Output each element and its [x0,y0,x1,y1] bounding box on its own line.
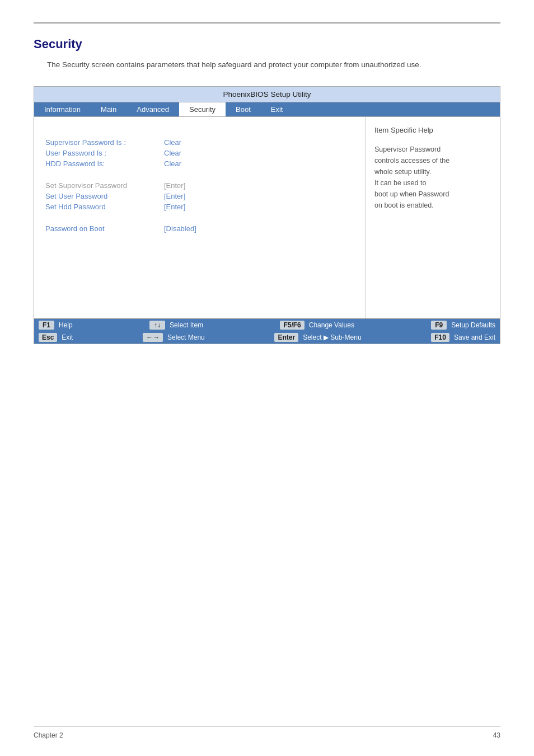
nav-advanced[interactable]: Advanced [127,102,179,116]
key-f10: F10 [431,333,449,342]
desc-help: Help [59,321,73,329]
key-f1: F1 [39,321,54,330]
statusbar-row-2: Esc Exit ←→ Select Menu Enter Select ▶ S… [34,331,500,344]
key-leftright: ←→ [143,333,163,342]
page-title: Security [34,37,500,51]
nav-security[interactable]: Security [179,102,226,116]
desc-exit: Exit [62,334,73,341]
desc-select-item: Select Item [170,321,203,329]
help-text: Supervisor Password controls accesses of… [374,144,491,211]
password-on-boot-value: [Disabled] [164,224,196,233]
page-footer: Chapter 2 43 [34,726,500,739]
desc-change-values: Change Values [309,321,354,329]
field-supervisor-password-is: Supervisor Password Is : Clear [45,138,354,147]
field-set-supervisor: Set Supervisor Password [Enter] [45,181,354,190]
key-f5f6: F5/F6 [280,321,304,330]
bios-utility-panel: PhoenixBIOS Setup Utility Information Ma… [34,86,500,344]
bios-body: Supervisor Password Is : Clear User Pass… [34,117,500,318]
nav-main[interactable]: Main [91,102,127,116]
set-hdd-password-value: [Enter] [164,203,185,211]
set-user-password-label: Set User Password [45,192,157,200]
bios-right-panel: Item Specific Help Supervisor Password c… [366,117,500,318]
user-password-is-value: Clear [164,149,181,157]
footer-chapter: Chapter 2 [34,731,63,739]
desc-select-submenu: Select ▶ Sub-Menu [303,334,361,341]
key-updown: ↑↓ [149,321,165,330]
set-supervisor-label: Set Supervisor Password [45,181,157,190]
field-user-password-is: User Password Is : Clear [45,149,354,157]
nav-boot[interactable]: Boot [226,102,261,116]
field-hdd-password-is: HDD Password Is: Clear [45,159,354,168]
set-supervisor-value: [Enter] [164,181,185,190]
nav-exit[interactable]: Exit [261,102,293,116]
desc-select-menu: Select Menu [167,334,205,341]
set-hdd-password-label: Set Hdd Password [45,203,157,211]
user-password-is-label: User Password Is : [45,149,157,157]
key-f9: F9 [431,321,447,330]
statusbar-row-1: F1 Help ↑↓ Select Item F5/F6 Change Valu… [34,319,500,331]
page-description: The Security screen contains parameters … [47,59,500,71]
bios-nav: Information Main Advanced Security Boot … [34,102,500,117]
key-enter: Enter [274,333,298,342]
bios-left-panel: Supervisor Password Is : Clear User Pass… [34,117,366,318]
footer-page-number: 43 [493,731,500,739]
hdd-password-is-label: HDD Password Is: [45,159,157,168]
bios-title-bar: PhoenixBIOS Setup Utility [34,87,500,102]
key-esc: Esc [39,333,57,342]
desc-setup-defaults: Setup Defaults [451,321,495,329]
nav-information[interactable]: Information [34,102,91,116]
set-user-password-value: [Enter] [164,192,185,200]
field-set-hdd-password[interactable]: Set Hdd Password [Enter] [45,203,354,211]
hdd-password-is-value: Clear [164,159,181,168]
password-on-boot-label: Password on Boot [45,224,157,233]
field-password-on-boot[interactable]: Password on Boot [Disabled] [45,224,354,233]
supervisor-password-is-label: Supervisor Password Is : [45,138,157,147]
bios-statusbar: F1 Help ↑↓ Select Item F5/F6 Change Valu… [34,318,500,344]
supervisor-password-is-value: Clear [164,138,181,147]
field-set-user-password[interactable]: Set User Password [Enter] [45,192,354,200]
help-title: Item Specific Help [374,125,491,136]
desc-save-exit: Save and Exit [454,334,495,341]
